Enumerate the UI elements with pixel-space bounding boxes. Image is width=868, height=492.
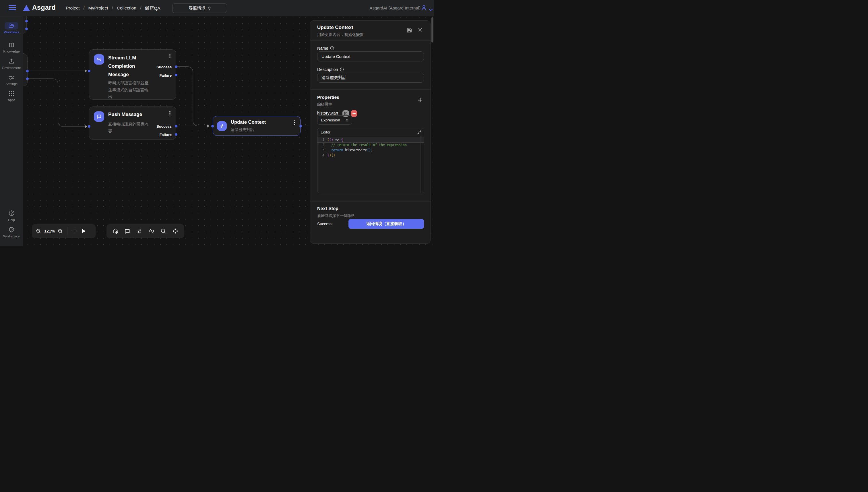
port-dot[interactable] — [26, 70, 29, 72]
run-button[interactable] — [81, 228, 86, 233]
port-dot[interactable] — [25, 28, 28, 30]
node-push-message[interactable]: Push Message 直接輸出訊息的回應內容 Success Failure — [89, 106, 176, 140]
sidebar-item-label: Environment — [0, 66, 23, 70]
expand-icon[interactable] — [417, 130, 421, 134]
toolbar-divider — [67, 227, 68, 236]
failure-port[interactable] — [175, 133, 177, 136]
sidebar: Workflows Knowledge Environment Settings… — [0, 16, 23, 246]
node-update-context[interactable]: Update Context 清除歷史對話 — [213, 116, 300, 136]
sidebar-item-workflows[interactable]: Workflows — [0, 22, 23, 34]
close-icon[interactable] — [418, 28, 422, 32]
sidebar-item-environment[interactable]: Environment — [0, 57, 23, 70]
chevron-updown-icon — [346, 119, 348, 122]
node-menu-button[interactable] — [168, 111, 172, 116]
breadcrumb-myproject[interactable]: MyProject — [89, 5, 108, 11]
success-port[interactable] — [175, 125, 177, 127]
save-icon[interactable] — [407, 28, 412, 33]
breadcrumb-collection[interactable]: Collection — [117, 5, 137, 11]
code-line: 2 // return the result of the expression — [318, 142, 424, 148]
sidebar-item-workspace[interactable]: Workspace — [0, 226, 23, 238]
output-port[interactable] — [299, 125, 302, 127]
input-port[interactable] — [88, 125, 91, 128]
next-step-subtitle: 新增或選擇下一個節點 — [317, 213, 354, 218]
success-port[interactable] — [175, 66, 177, 68]
environment-selector[interactable]: 客服情境 — [172, 3, 227, 13]
info-icon — [330, 46, 334, 50]
input-port[interactable] — [211, 125, 214, 127]
sidebar-item-settings[interactable]: Settings — [0, 74, 23, 85]
add-scene-icon[interactable] — [112, 228, 119, 234]
brand-name: Asgard — [32, 4, 56, 11]
page-scrollbar[interactable] — [431, 17, 433, 43]
breadcrumb-workflow[interactable]: 飯店QA — [145, 5, 160, 11]
next-step-branch-label: Success — [317, 222, 332, 226]
zoom-out-button[interactable] — [36, 228, 41, 234]
search-node-icon[interactable] — [160, 228, 167, 234]
folder-icon — [5, 22, 18, 29]
input-port[interactable] — [88, 70, 91, 72]
remove-property-button[interactable] — [351, 110, 357, 117]
breadcrumb-separator: / — [111, 5, 113, 11]
code-line: 3 return historySize(); — [318, 148, 424, 153]
auto-layout-icon[interactable] — [172, 228, 178, 234]
next-step-title: Next Step — [317, 206, 339, 211]
asgard-logo — [23, 5, 30, 11]
update-context-icon — [217, 121, 227, 131]
description-label: Description — [317, 67, 344, 72]
chevron-down-icon[interactable] — [429, 7, 433, 12]
failure-port[interactable] — [175, 74, 177, 76]
property-type-select[interactable]: Expression — [317, 115, 352, 125]
success-port-label: Success — [156, 65, 172, 69]
sliders-icon — [5, 74, 18, 81]
stream-llm-icon — [94, 54, 104, 65]
add-property-icon[interactable] — [418, 98, 423, 103]
menu-icon[interactable] — [8, 5, 16, 11]
upload-icon — [5, 57, 18, 65]
node-menu-button[interactable] — [168, 54, 172, 59]
sidebar-item-help[interactable]: Help — [0, 209, 23, 222]
sidebar-item-apps[interactable]: Apps — [0, 90, 23, 102]
properties-subtitle: 編輯屬性 — [317, 102, 332, 107]
message-node-icon[interactable] — [124, 228, 130, 234]
node-menu-button[interactable] — [292, 120, 296, 125]
zoom-in-button[interactable] — [58, 228, 63, 234]
swap-node-icon[interactable] — [136, 228, 142, 234]
indent-guide — [332, 142, 332, 153]
property-type-value: Expression — [321, 118, 340, 122]
gear-icon — [5, 226, 18, 233]
editor-title: Editor — [321, 130, 330, 134]
question-icon — [5, 209, 18, 217]
llm-node-icon[interactable] — [148, 228, 155, 234]
breadcrumb-separator: / — [140, 5, 141, 11]
grid-icon — [5, 90, 18, 97]
breadcrumb-separator: / — [83, 5, 84, 11]
breadcrumb-project[interactable]: Project — [66, 5, 79, 11]
name-input[interactable] — [317, 51, 424, 62]
sidebar-item-label: Apps — [0, 98, 23, 102]
port-dot[interactable] — [25, 20, 28, 22]
description-input[interactable] — [317, 73, 424, 83]
failure-port-label: Failure — [159, 132, 172, 137]
properties-title: Properties — [317, 95, 339, 100]
account-label: AsgardAI (Asgard Internal) — [369, 5, 421, 10]
node-stream-llm[interactable]: Stream LLM Completion Message 呼叫大型語言模型並產… — [89, 49, 176, 100]
push-message-icon — [94, 112, 104, 122]
node-description: 直接輸出訊息的回應內容 — [108, 121, 152, 134]
add-button[interactable] — [72, 228, 77, 233]
expression-editor[interactable]: Editor 1 (() => { 2 // return the result… — [317, 128, 424, 193]
environment-selector-value: 客服情境 — [189, 5, 205, 11]
user-icon[interactable] — [421, 5, 427, 11]
code-area[interactable]: 1 (() => { 2 // return the result of the… — [318, 137, 424, 193]
success-port-label: Success — [156, 124, 172, 129]
sidebar-item-label: Help — [0, 218, 23, 222]
node-palette-toolbar — [106, 224, 184, 238]
port-dot[interactable] — [26, 77, 29, 80]
node-title: Update Context — [231, 119, 294, 125]
breadcrumb: Project / MyProject / Collection / 飯店QA — [66, 5, 160, 11]
app-root: Stream LLM Completion Message 呼叫大型語言模型並產… — [0, 0, 434, 246]
code-line: 4 })() — [318, 153, 424, 158]
sidebar-item-label: Workspace — [0, 235, 23, 238]
next-step-target-button[interactable]: 返回情境（直接聽取） — [348, 219, 424, 229]
zoom-toolbar: 121% — [32, 224, 96, 238]
sidebar-item-knowledge[interactable]: Knowledge — [0, 41, 23, 53]
